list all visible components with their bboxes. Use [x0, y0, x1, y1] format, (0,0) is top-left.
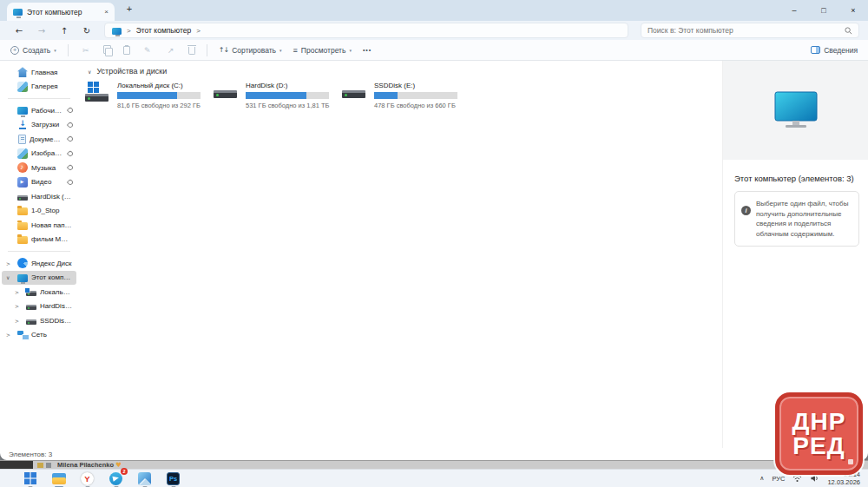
sidebar-item-videos[interactable]: Видео	[2, 175, 76, 190]
drive-free-space: 531 ГБ свободно из 1,81 ТБ	[246, 102, 329, 109]
sidebar-item-gallery[interactable]: Галерея	[2, 80, 76, 95]
sidebar-item-home[interactable]: Главная	[2, 65, 76, 80]
drive-tile-c[interactable]: Локальный диск (C:) 81,6 ГБ свободно из …	[85, 82, 214, 109]
sidebar-item-yandex-disk[interactable]: > Яндекс Диск	[2, 256, 76, 271]
drive-icon	[342, 90, 365, 98]
minimize-button[interactable]: –	[779, 0, 809, 21]
taskbar-file-explorer[interactable]	[51, 471, 66, 486]
yandex-disk-icon	[17, 258, 28, 268]
search-box[interactable]	[641, 23, 859, 38]
taskbar-photoshop[interactable]: Ps	[166, 471, 181, 486]
up-icon[interactable]: ↑	[54, 26, 75, 36]
capacity-bar	[246, 92, 329, 99]
sort-button[interactable]: ↑↓ Сортировать ▾	[219, 46, 282, 55]
sort-icon: ↑↓	[219, 46, 228, 54]
section-devices-and-drives[interactable]: ∨ Устройства и диски	[88, 67, 722, 76]
hidden-icons-chevron[interactable]: ∧	[760, 475, 764, 482]
sidebar-item-pictures[interactable]: Изображения	[2, 147, 76, 161]
sidebar-item-network[interactable]: > Сеть	[2, 328, 76, 343]
drive-info: Локальный диск (C:) 81,6 ГБ свободно из …	[117, 82, 201, 109]
pin-icon	[67, 164, 74, 171]
sidebar-item-label: Яндекс Диск	[31, 260, 73, 267]
sidebar-item-local-disk-c[interactable]: > Локальный диск (C:)	[2, 285, 76, 299]
back-icon[interactable]: ←	[9, 26, 30, 36]
telegram-icon	[109, 472, 122, 485]
info-icon: i	[741, 206, 751, 215]
new-button[interactable]: + Создать ▾	[10, 46, 56, 55]
view-button[interactable]: ≡ Просмотреть ▾	[293, 46, 352, 55]
chevron-down-icon: ∨	[88, 69, 91, 75]
search-icon	[845, 27, 852, 35]
file-explorer-icon	[52, 473, 66, 484]
details-hint-text: Выберите один файл, чтобы получить допол…	[756, 199, 852, 239]
language-indicator[interactable]: РУС	[772, 475, 785, 483]
copy-icon[interactable]	[103, 45, 112, 55]
search-input[interactable]	[648, 26, 845, 35]
sidebar-item-label: SSDDisk (E:)	[40, 317, 73, 325]
sidebar-item-label: Этот компьютер	[31, 273, 73, 281]
tab-close-icon[interactable]: ×	[104, 8, 108, 16]
sidebar-item-harddisk-d-sub[interactable]: > HardDisk (D:)	[2, 299, 76, 314]
drive-icon-wrap	[214, 82, 240, 103]
more-options-icon[interactable]: •••	[363, 47, 372, 53]
explorer-window: Этот компьютер × + – □ × ← → ↑ ↻ > Этот …	[0, 0, 868, 460]
maximize-button[interactable]: □	[809, 0, 838, 21]
sidebar-item-label: Сеть	[31, 331, 73, 339]
background-window-strip: Milena Pilachenko ♥	[0, 460, 868, 469]
drive-tile-d[interactable]: HardDisk (D:) 531 ГБ свободно из 1,81 ТБ	[214, 82, 342, 109]
close-button[interactable]: ×	[838, 0, 868, 21]
speaker-icon[interactable]	[810, 474, 819, 483]
tab-title: Этот компьютер	[27, 8, 82, 16]
refresh-icon[interactable]: ↻	[76, 26, 97, 36]
desktop-icon	[17, 107, 28, 115]
sidebar-item-ssddisk-e[interactable]: > SSDDisk (E:)	[2, 313, 76, 328]
tab-this-pc[interactable]: Этот компьютер ×	[7, 3, 115, 21]
new-tab-button[interactable]: +	[122, 3, 136, 14]
expander-icon: >	[15, 289, 23, 295]
background-window-icon-fragment	[37, 463, 43, 468]
chevron-right-icon: >	[127, 27, 131, 35]
delete-icon[interactable]	[188, 47, 195, 55]
cut-icon[interactable]: ✂	[80, 46, 92, 55]
sidebar-item-this-pc[interactable]: ∨ Этот компьютер	[2, 271, 76, 286]
taskbar-photos[interactable]	[137, 471, 152, 486]
sidebar-item-music[interactable]: Музыка	[2, 161, 76, 175]
navigation-pane: Главная Галерея Рабочий стол З	[0, 61, 78, 448]
drive-icon	[17, 195, 28, 201]
paste-icon[interactable]	[123, 46, 130, 55]
background-window-title: Milena Pilachenko ♥	[57, 462, 122, 469]
breadcrumb[interactable]: > Этот компьютер >	[104, 23, 628, 38]
details-toggle-button[interactable]: Сведения	[811, 46, 858, 55]
wifi-icon[interactable]	[792, 474, 802, 483]
toolbar-divider	[207, 44, 207, 56]
start-button[interactable]	[23, 471, 37, 486]
toolbar-divider	[68, 44, 69, 56]
taskbar-yandex-browser[interactable]: Y	[80, 471, 95, 486]
forward-icon[interactable]: →	[31, 26, 52, 36]
rename-icon[interactable]: ✎	[141, 46, 154, 55]
new-button-label: Создать	[23, 46, 50, 55]
items-count: Элементов: 3	[9, 451, 52, 458]
chevron-right-icon: >	[196, 27, 201, 35]
video-icon	[17, 177, 28, 188]
sidebar-item-label: Видео	[31, 178, 62, 186]
sidebar-item-documents[interactable]: Документы	[2, 132, 76, 147]
view-icon: ≡	[293, 46, 298, 55]
taskbar-telegram[interactable]: 2	[108, 471, 123, 486]
sidebar-item-harddisk-d[interactable]: HardDisk (D:)	[2, 189, 76, 204]
details-button-label: Сведения	[824, 46, 858, 55]
drive-tiles: Локальный диск (C:) 81,6 ГБ свободно из …	[85, 82, 722, 109]
drive-tile-e[interactable]: SSDDisk (E:) 478 ГБ свободно из 660 ГБ	[342, 82, 470, 109]
sidebar-item-desktop[interactable]: Рабочий стол	[2, 103, 76, 118]
address-bar: ← → ↑ ↻ > Этот компьютер >	[0, 21, 868, 40]
sidebar-item-label: фильм МОСКВА	[31, 235, 73, 243]
sidebar-item-folder-1-0-stop[interactable]: 1-0_Stop	[2, 204, 76, 219]
expander-icon: >	[6, 332, 14, 338]
sidebar-item-folder-new[interactable]: Новая папка (2)	[2, 218, 76, 233]
sidebar-item-folder-film[interactable]: фильм МОСКВА	[2, 233, 76, 247]
breadcrumb-location[interactable]: Этот компьютер	[136, 26, 192, 35]
sidebar-item-label: 1-0_Stop	[31, 207, 73, 214]
sidebar-item-downloads[interactable]: Загрузки	[2, 118, 76, 133]
sidebar-item-label: Рабочий стол	[31, 107, 62, 115]
share-icon[interactable]: ↗	[165, 46, 177, 55]
